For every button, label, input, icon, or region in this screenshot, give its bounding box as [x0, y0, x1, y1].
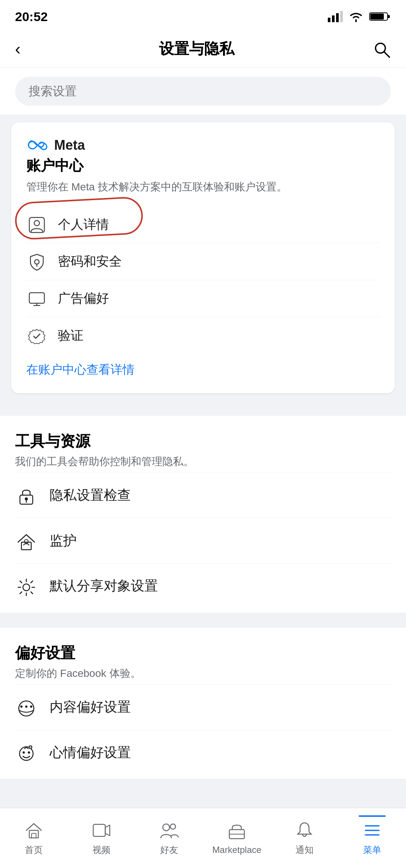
svg-rect-1	[332, 15, 335, 22]
svg-point-11	[35, 260, 39, 264]
nav-item-marketplace[interactable]: Marketplace	[203, 816, 271, 860]
bottom-nav: 首页 视频 好友 Marketplace 通知	[0, 808, 406, 868]
svg-rect-3	[340, 11, 343, 22]
svg-rect-6	[370, 14, 384, 20]
svg-point-23	[20, 705, 23, 708]
card-subtitle: 管理你在 Meta 技术解决方案中的互联体验和账户设置。	[26, 179, 380, 195]
content-prefs-item[interactable]: 内容偏好设置	[15, 684, 391, 730]
status-bar: 20:52	[0, 0, 406, 30]
nav-label-home: 首页	[25, 844, 43, 856]
monitor-item[interactable]: 监护	[15, 518, 391, 563]
nav-label-menu: 菜单	[363, 844, 381, 856]
wifi-icon	[348, 11, 364, 22]
check-badge-icon	[26, 325, 47, 345]
svg-rect-2	[336, 13, 339, 22]
menu-item-verify[interactable]: 验证	[26, 317, 380, 354]
nav-item-home[interactable]: 首页	[0, 815, 68, 861]
svg-rect-30	[29, 830, 38, 838]
search-container	[0, 68, 406, 115]
nav-label-marketplace: Marketplace	[212, 845, 262, 855]
search-input[interactable]	[15, 77, 391, 106]
lock-icon	[15, 484, 38, 507]
tools-section: 工具与资源 我们的工具会帮助你控制和管理隐私。 隐私设置检查 监护	[0, 416, 406, 613]
meta-logo-row: Meta	[26, 137, 380, 153]
marketplace-nav-icon	[227, 821, 247, 841]
nav-active-indicator	[359, 815, 386, 817]
monitor-label: 监护	[50, 532, 77, 550]
svg-rect-32	[93, 824, 105, 836]
content-icon	[15, 696, 38, 719]
svg-point-25	[30, 705, 32, 708]
nav-label-notifications: 通知	[295, 844, 314, 856]
card-title: 账户中心	[26, 156, 380, 175]
meta-logo-text: Meta	[54, 137, 85, 153]
content-prefs-label: 内容偏好设置	[50, 698, 131, 716]
privacy-check-item[interactable]: 隐私设置检查	[15, 473, 391, 518]
shield-icon	[26, 251, 47, 271]
share-settings-item[interactable]: 默认分享对象设置	[15, 563, 391, 609]
menu-item-personal-label: 个人详情	[58, 216, 109, 233]
tools-subtitle: 我们的工具会帮助你控制和管理隐私。	[15, 455, 391, 469]
mood-prefs-item[interactable]: 心情偏好设置	[15, 730, 391, 775]
nav-label-video: 视频	[92, 844, 111, 856]
prefs-section: 偏好设置 定制你的 Facebook 体验。 内容偏好设置	[0, 628, 406, 779]
home-nav-icon	[24, 821, 44, 840]
bell-nav-icon	[295, 821, 314, 840]
battery-icon	[369, 11, 391, 22]
svg-point-22	[19, 701, 34, 716]
page-title: 设置与隐私	[159, 38, 234, 59]
tools-title: 工具与资源	[15, 431, 391, 451]
account-center-link[interactable]: 在账户中心查看详情	[26, 362, 380, 378]
nav-item-video[interactable]: 视频	[68, 815, 135, 861]
back-button[interactable]: ‹	[15, 40, 21, 58]
friends-nav-icon	[159, 821, 179, 840]
svg-point-20	[24, 540, 28, 543]
header: ‹ 设置与隐私	[0, 30, 406, 68]
menu-nav-icon	[362, 821, 382, 840]
signal-icon	[328, 11, 343, 22]
meta-account-card: Meta 账户中心 管理你在 Meta 技术解决方案中的互联体验和账户设置。 个…	[11, 122, 395, 393]
svg-point-24	[25, 705, 27, 708]
video-nav-icon	[92, 821, 111, 840]
status-icons	[328, 11, 391, 22]
svg-point-28	[28, 751, 30, 754]
svg-rect-13	[29, 293, 44, 303]
svg-point-10	[34, 220, 39, 226]
gear-icon	[15, 575, 38, 597]
menu-item-ads[interactable]: 广告偏好	[26, 280, 380, 317]
svg-point-27	[23, 751, 25, 754]
svg-rect-0	[328, 18, 330, 22]
menu-item-personal[interactable]: 个人详情	[26, 206, 380, 243]
meta-logo-icon	[26, 138, 49, 152]
svg-point-21	[23, 584, 30, 591]
svg-rect-31	[32, 833, 36, 838]
menu-item-verify-label: 验证	[58, 327, 83, 344]
home-person-icon	[15, 529, 38, 552]
person-card-icon	[26, 214, 47, 234]
share-settings-label: 默认分享对象设置	[50, 577, 158, 595]
mood-prefs-label: 心情偏好设置	[50, 743, 131, 762]
menu-item-security-label: 密码和安全	[58, 253, 122, 270]
menu-item-ads-label: 广告偏好	[58, 290, 109, 307]
nav-item-menu[interactable]: 菜单	[338, 815, 406, 861]
svg-line-8	[384, 52, 389, 57]
svg-rect-5	[388, 15, 390, 18]
svg-point-34	[170, 824, 176, 829]
nav-item-friends[interactable]: 好友	[135, 815, 203, 861]
menu-item-security[interactable]: 密码和安全	[26, 243, 380, 280]
status-time: 20:52	[15, 9, 48, 24]
nav-item-notifications[interactable]: 通知	[271, 815, 338, 861]
prefs-subtitle: 定制你的 Facebook 体验。	[15, 666, 391, 681]
mood-icon	[15, 742, 38, 764]
prefs-title: 偏好设置	[15, 643, 391, 663]
search-button[interactable]	[373, 39, 391, 58]
monitor-icon	[26, 289, 47, 309]
divider-1	[0, 401, 406, 408]
divider-2	[0, 613, 406, 620]
nav-label-friends: 好友	[160, 844, 178, 856]
privacy-check-label: 隐私设置检查	[50, 486, 131, 505]
svg-point-33	[163, 824, 170, 831]
